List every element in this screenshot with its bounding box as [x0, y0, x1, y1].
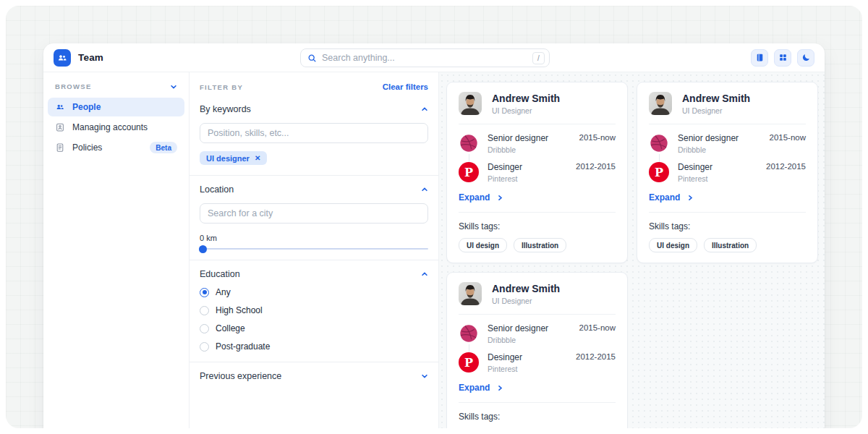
- experience-row: P Desinger Pinterest 2012-2015: [459, 162, 616, 183]
- filter-section-previous-experience: Previous experience: [190, 362, 438, 391]
- location-section-toggle[interactable]: Location: [200, 184, 428, 195]
- expand-button[interactable]: Expand: [459, 383, 503, 393]
- experience-period: 2012-2015: [576, 352, 616, 361]
- distance-slider[interactable]: [200, 248, 428, 250]
- experience-row: P Desinger Pinterest 2012-2015: [459, 352, 616, 373]
- person-name: Andrew Smith: [682, 93, 750, 104]
- clear-filters-button[interactable]: Clear filters: [383, 82, 428, 91]
- pinterest-icon: P: [459, 162, 479, 182]
- experience-row: Senior designer Dribbble 2015-now: [459, 323, 616, 344]
- experience-timeline: Senior designer Dribbble 2015-now P Desi…: [649, 133, 806, 183]
- filter-panel: FILTER BY Clear filters By keywords UI d…: [190, 72, 439, 428]
- dribbble-icon: [459, 133, 479, 153]
- radio-label: Any: [216, 287, 231, 297]
- divider: [459, 402, 616, 403]
- experience-company: Pinterest: [678, 174, 757, 183]
- expand-label: Expand: [459, 383, 490, 393]
- education-option-post-graduate[interactable]: Post-graduate: [200, 341, 428, 352]
- slider-thumb[interactable]: [199, 245, 207, 253]
- experience-company: Dribbble: [678, 145, 760, 154]
- desktop-background: Team /: [6, 6, 862, 428]
- team-people-icon: [56, 52, 68, 64]
- experience-title: Desinger: [488, 352, 567, 362]
- filter-section-education: Education Any High School College: [190, 260, 438, 362]
- sidebar-item-policies[interactable]: Policies Beta: [48, 138, 184, 157]
- experience-period: 2012-2015: [576, 162, 616, 171]
- skills-label: Skills tags:: [649, 221, 806, 231]
- skill-tag[interactable]: UI design: [459, 238, 507, 252]
- chevron-up-icon: [421, 271, 428, 278]
- person-name: Andrew Smith: [492, 283, 560, 294]
- chevron-down-icon: [170, 83, 177, 90]
- sidebar-item-managing-accounts[interactable]: Managing accounts: [48, 118, 184, 137]
- results-grid: Andrew Smith UI Designer: [439, 72, 825, 428]
- chevron-right-icon: [497, 195, 503, 201]
- experience-row: P Desinger Pinterest 2012-2015: [649, 162, 806, 183]
- close-icon[interactable]: ✕: [255, 154, 260, 162]
- sidebar-item-label: Policies: [72, 142, 102, 153]
- experience-title: Desinger: [678, 162, 757, 172]
- experience-title: Senior designer: [488, 323, 570, 333]
- expand-button[interactable]: Expand: [459, 192, 503, 203]
- divider: [649, 212, 806, 213]
- search-input[interactable]: [322, 53, 532, 63]
- expand-label: Expand: [649, 192, 680, 203]
- avatar: [459, 92, 482, 115]
- experience-company: Dribbble: [488, 145, 570, 154]
- keywords-section-label: By keywords: [200, 104, 251, 114]
- book-icon: [755, 53, 765, 62]
- keyword-tag-ui-designer[interactable]: UI designer ✕: [200, 151, 267, 165]
- grid-icon: [778, 53, 788, 62]
- divider: [459, 314, 616, 315]
- sidebar-item-people[interactable]: People: [48, 98, 184, 116]
- docs-button[interactable]: [751, 49, 768, 67]
- previous-experience-toggle[interactable]: Previous experience: [200, 371, 428, 381]
- chevron-up-icon: [421, 186, 428, 193]
- person-role: UI Designer: [492, 106, 560, 115]
- keywords-section-toggle[interactable]: By keywords: [200, 104, 428, 114]
- radio-label: College: [216, 323, 245, 333]
- chevron-right-icon: [687, 195, 694, 201]
- radio-icon: [200, 342, 209, 352]
- search-icon: [307, 54, 317, 63]
- expand-button[interactable]: Expand: [649, 192, 694, 203]
- divider: [459, 212, 616, 213]
- education-section-label: Education: [200, 269, 240, 279]
- skill-tag[interactable]: UI design: [649, 238, 697, 252]
- dark-mode-toggle[interactable]: [797, 49, 814, 67]
- document-icon: [55, 142, 65, 153]
- profile-card[interactable]: Andrew Smith UI Designer: [637, 82, 818, 263]
- avatar: [459, 282, 482, 305]
- experience-timeline: Senior designer Dribbble 2015-now P Desi…: [459, 133, 616, 183]
- app-logo: [54, 49, 71, 67]
- filter-section-keywords: By keywords UI designer ✕: [190, 95, 438, 175]
- education-option-any[interactable]: Any: [200, 287, 428, 297]
- chevron-up-icon: [421, 106, 428, 113]
- sidebar-section-header[interactable]: BROWSE: [48, 81, 184, 98]
- global-search[interactable]: /: [300, 48, 550, 67]
- moon-icon: [801, 53, 811, 62]
- profile-card[interactable]: Andrew Smith UI Designer: [446, 82, 628, 263]
- experience-title: Desinger: [488, 162, 567, 172]
- education-option-high-school[interactable]: High School: [200, 305, 428, 315]
- people-icon: [55, 102, 65, 112]
- skill-tag[interactable]: Illustration: [514, 238, 566, 252]
- profile-card[interactable]: Andrew Smith UI Designer: [446, 272, 628, 428]
- experience-title: Senior designer: [488, 133, 570, 143]
- sidebar-item-label: People: [72, 102, 101, 112]
- education-section-toggle[interactable]: Education: [200, 269, 428, 279]
- pinterest-icon: P: [459, 352, 479, 373]
- skills-label: Skills tags:: [459, 221, 616, 231]
- radio-icon: [200, 324, 209, 333]
- experience-period: 2015-now: [579, 133, 616, 142]
- keywords-input[interactable]: [200, 123, 428, 143]
- person-role: UI Designer: [682, 106, 750, 115]
- expand-label: Expand: [459, 192, 490, 203]
- radio-label: High School: [216, 305, 263, 315]
- skill-tag[interactable]: Illustration: [704, 238, 757, 252]
- apps-button[interactable]: [774, 49, 791, 67]
- sidebar-section-label: BROWSE: [55, 82, 92, 90]
- education-option-college[interactable]: College: [200, 323, 428, 333]
- city-search-input[interactable]: [200, 203, 428, 224]
- sidebar: BROWSE People: [43, 72, 190, 428]
